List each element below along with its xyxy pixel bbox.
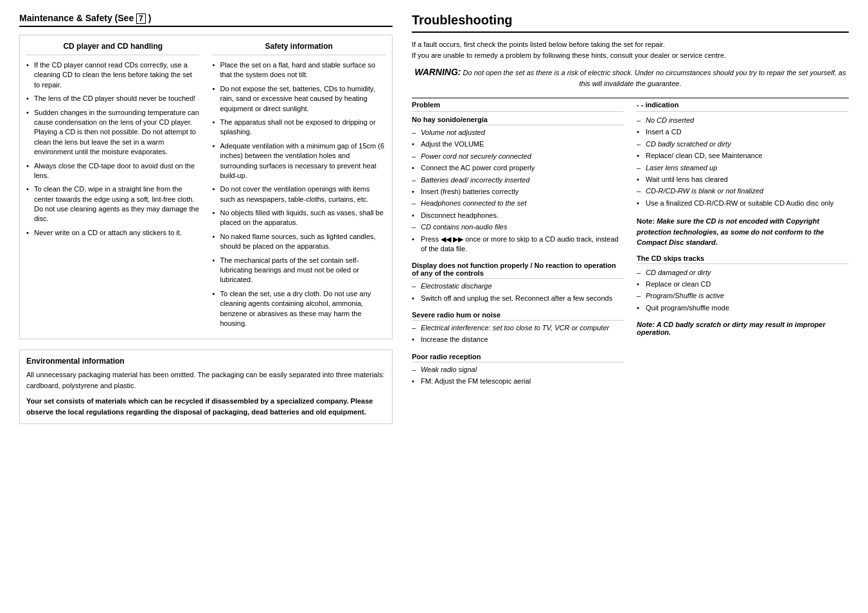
- list-item: No objects filled with liquids, such as …: [212, 208, 385, 228]
- list-item: CD-R/CD-RW is blank or not finalized: [637, 186, 849, 196]
- list-item: Never write on a CD or attach any sticke…: [26, 228, 199, 238]
- list-item: Place the set on a flat, hard and stable…: [212, 60, 385, 80]
- list-item: Batteries dead/ incorrectly inserted: [412, 175, 624, 185]
- list-item: Quit program/shuffle mode: [637, 303, 849, 313]
- problem-section: No hay sonido/energíaVolume not adjusted…: [412, 116, 624, 254]
- problem-section: Severe radio hum or noiseElectrical inte…: [412, 311, 624, 345]
- list-item: Do not cover the ventilation openings wi…: [212, 184, 385, 204]
- see-ref-number: 7: [136, 13, 146, 24]
- ts-indication-col: - - indication No CD insertedInsert a CD…: [637, 98, 849, 395]
- warning-text: Do not open the set as there is a risk o…: [463, 69, 846, 87]
- list-item: Disconnect headphones.: [412, 211, 624, 220]
- problem-section: Poor radio receptionWeak radio signalFM:…: [412, 353, 624, 387]
- col-indication-header: - - indication: [637, 98, 849, 112]
- list-item: Replace/ clean CD, see Maintenance: [637, 151, 849, 161]
- problem-title: No hay sonido/energía: [412, 116, 624, 125]
- see-ref-suffix: ): [148, 13, 152, 23]
- list-item: To clean the CD, wipe in a straight line…: [26, 184, 199, 224]
- list-item: The apparatus shall not be exposed to dr…: [212, 118, 385, 138]
- problems-container: No hay sonido/energíaVolume not adjusted…: [412, 116, 624, 387]
- cd-note-text: Note: A CD badly scratch or dirty may re…: [637, 321, 849, 336]
- left-column: Maintenance & Safety (See 7 ) CD player …: [19, 13, 393, 424]
- safety-list: Place the set on a flat, hard and stable…: [212, 60, 385, 328]
- env-bold-text: Your set consists of materials which can…: [26, 396, 385, 417]
- list-item: Insert (fresh) batteries correctly: [412, 187, 624, 197]
- cd-skips-section: The CD skips tracksCD damaged or dirtyRe…: [637, 254, 849, 314]
- safety-title: Safety information: [212, 42, 385, 55]
- list-item: If the CD player cannot read CDs correct…: [26, 60, 199, 90]
- list-item: Electrostatic discharge: [412, 281, 624, 291]
- cd-note-container: Note: A CD badly scratch or dirty may re…: [637, 321, 849, 336]
- list-item: No naked flame sources, such as lighted …: [212, 232, 385, 252]
- list-item: Program/Shuffle is active: [637, 291, 849, 301]
- ts-intro-1: If a fault occurs, first check the point…: [412, 39, 849, 60]
- indication-list: No CD insertedInsert a CDCD badly scratc…: [637, 116, 849, 208]
- list-item: Power cord not securely connected: [412, 152, 624, 161]
- list-item: CD badly scratched or dirty: [637, 139, 849, 149]
- problem-list: Electrical interference: set too close t…: [412, 323, 624, 345]
- intro-line1: If a fault occurs, first check the point…: [412, 40, 665, 48]
- right-column: Troubleshooting If a fault occurs, first…: [412, 13, 849, 424]
- list-item: FM: Adjust the FM telescopic aerial: [412, 377, 624, 386]
- list-item: Connect the AC power cord properly: [412, 163, 624, 173]
- note-container: Note: Make sure the CD is not encoded wi…: [637, 216, 849, 248]
- problem-title: Display does not function properly / No …: [412, 262, 624, 279]
- note-title: Note:: [637, 217, 655, 225]
- list-item: Sudden changes in the surrounding temper…: [26, 108, 199, 157]
- cd-skips-list: CD damaged or dirtyReplace or clean CDPr…: [637, 268, 849, 314]
- cd-player-section: CD player and CD handling If the CD play…: [26, 42, 199, 332]
- list-item: Adjust the VOLUME: [412, 139, 624, 149]
- problem-list: Volume not adjustedAdjust the VOLUMEPowe…: [412, 128, 624, 254]
- problem-title: Poor radio reception: [412, 353, 624, 362]
- warning-label: WARNING:: [414, 67, 461, 77]
- note-box: Note: Make sure the CD is not encoded wi…: [637, 216, 849, 248]
- warning-box: WARNING: Do not open the set as there is…: [412, 67, 849, 89]
- list-item: The mechanical parts of the set contain …: [212, 256, 385, 285]
- env-body-text: All unnecessary packaging material has b…: [26, 369, 385, 391]
- ts-grid: Problem No hay sonido/energíaVolume not …: [412, 98, 849, 395]
- list-item: Adequate ventilation with a minimum gap …: [212, 141, 385, 181]
- problem-list: Electrostatic dischargeSwitch off and un…: [412, 281, 624, 303]
- troubleshoot-header: Troubleshooting: [412, 13, 849, 33]
- main-section-header: Maintenance & Safety (See 7 ): [19, 13, 393, 27]
- list-item: Headphones connected to the set: [412, 199, 624, 208]
- environmental-box: Environmental information All unnecessar…: [19, 350, 393, 424]
- list-item: The lens of the CD player should never b…: [26, 94, 199, 103]
- note-text: Make sure the CD is not encoded with Cop…: [637, 217, 824, 246]
- list-item: Volume not adjusted: [412, 128, 624, 138]
- indication-section: No CD insertedInsert a CDCD badly scratc…: [637, 116, 849, 208]
- list-item: Use a finalized CD-R/CD-RW or suitable C…: [637, 199, 849, 208]
- intro-line2: If you are unable to remedy a problem by…: [412, 51, 726, 59]
- cd-player-title: CD player and CD handling: [26, 42, 199, 55]
- list-item: To clean the set, use a dry cloth. Do no…: [212, 289, 385, 329]
- ts-problems-col: Problem No hay sonido/energíaVolume not …: [412, 98, 624, 395]
- list-item: Switch off and unplug the set. Reconnect…: [412, 294, 624, 303]
- main-content-box: CD player and CD handling If the CD play…: [19, 35, 393, 339]
- list-item: CD damaged or dirty: [637, 268, 849, 278]
- list-item: Increase the distance: [412, 335, 624, 344]
- list-item: Electrical interference: set too close t…: [412, 323, 624, 333]
- list-item: Wait until lens has cleared: [637, 175, 849, 184]
- list-item: Replace or clean CD: [637, 280, 849, 289]
- col-problem-header: Problem: [412, 98, 624, 112]
- list-item: No CD inserted: [637, 116, 849, 125]
- cd-skips-title: The CD skips tracks: [637, 254, 849, 264]
- cd-player-list: If the CD player cannot read CDs correct…: [26, 60, 199, 238]
- list-item: CD contains non-audio files: [412, 222, 624, 232]
- safety-section: Safety information Place the set on a fl…: [212, 42, 385, 332]
- cd-skips-container: The CD skips tracksCD damaged or dirtyRe…: [637, 254, 849, 314]
- list-item: Press ◀◀ ▶▶ once or more to skip to a CD…: [412, 235, 624, 254]
- main-header-text: Maintenance & Safety (See: [19, 13, 134, 23]
- list-item: Always close the CD-tape door to avoid d…: [26, 161, 199, 181]
- list-item: Laser lens steamed up: [637, 163, 849, 173]
- problem-section: Display does not function properly / No …: [412, 262, 624, 303]
- indications-container: No CD insertedInsert a CDCD badly scratc…: [637, 116, 849, 208]
- list-item: Weak radio signal: [412, 365, 624, 375]
- problem-list: Weak radio signalFM: Adjust the FM teles…: [412, 365, 624, 387]
- list-item: Do not expose the set, batteries, CDs to…: [212, 84, 385, 114]
- list-item: Insert a CD: [637, 127, 849, 137]
- env-title: Environmental information: [26, 357, 385, 366]
- problem-title: Severe radio hum or noise: [412, 311, 624, 321]
